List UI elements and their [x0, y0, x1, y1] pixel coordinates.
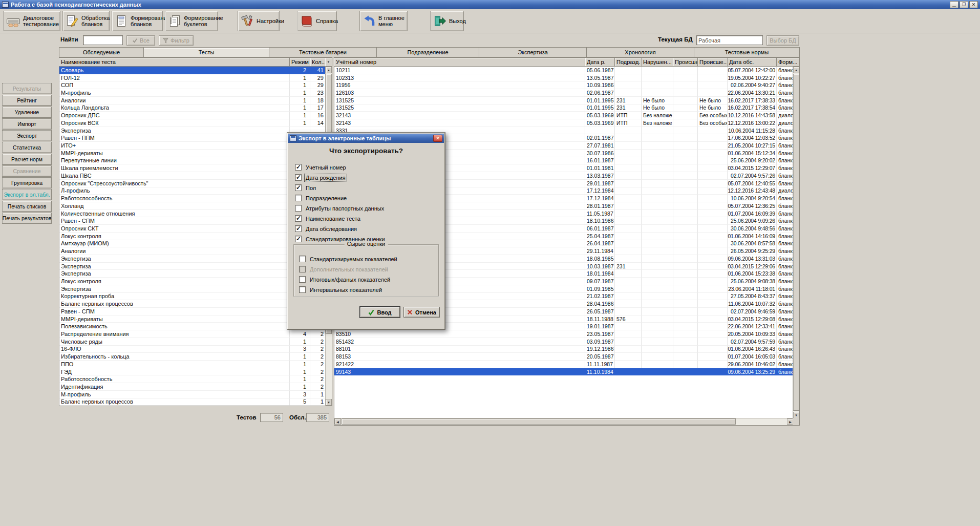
table-row[interactable]: 1021105.06.198705.07.2004 12:42:00бланк	[334, 67, 794, 74]
export-option[interactable]: Пол	[295, 184, 317, 192]
sidebar-item[interactable]: Статистика	[2, 142, 52, 153]
sidebar-item[interactable]: Группировка	[2, 177, 52, 188]
table-row[interactable]: Количественные отношения	[59, 210, 326, 218]
minimize-button[interactable]	[950, 1, 958, 8]
table-row[interactable]: MMPI-дериваты	[59, 315, 326, 323]
table-row[interactable]: Опросник ВСК114	[59, 119, 326, 127]
table-row[interactable]: 3214305.03.1969ИТПБез наложеБез особых12…	[334, 119, 794, 127]
table-row[interactable]: MMPI-дериваты	[59, 150, 326, 157]
table-row[interactable]: Шкала ПВС	[59, 172, 326, 180]
checkbox-icon[interactable]	[295, 205, 302, 212]
table-row[interactable]: Экспертиза	[59, 127, 326, 135]
sidebar-item[interactable]: Рейтинг	[2, 95, 52, 106]
scroll-up-button[interactable]	[326, 67, 332, 73]
records-vertical-scrollbar[interactable]	[793, 67, 799, 418]
sidebar-item[interactable]: Импорт	[2, 118, 52, 130]
table-row[interactable]: ППО12	[59, 361, 326, 368]
table-row[interactable]: 8351023.05.198720.05.2004 10:09:33бланк	[334, 330, 794, 338]
table-row[interactable]: Холланд	[59, 202, 326, 210]
table-row[interactable]: 85143203.09.198702.07.2004 9:57:59бланк	[334, 338, 794, 346]
create-forms-button[interactable]: Формирование бланков	[112, 11, 163, 31]
column-header[interactable]: Происше...	[673, 58, 698, 67]
table-row[interactable]: Идентификация12	[59, 383, 326, 391]
maximize-button[interactable]	[960, 1, 968, 8]
table-row[interactable]: Баланс нервных процессов	[59, 300, 326, 308]
checkbox-icon[interactable]	[295, 164, 302, 171]
table-row[interactable]: Аналогии	[59, 247, 326, 255]
export-option[interactable]: Интервальных показателей	[299, 286, 383, 293]
table-row[interactable]: Опросник "Стрессоустойчивость"	[59, 180, 326, 187]
ok-button[interactable]: Ввод	[360, 307, 400, 318]
table-row[interactable]: 13152501.01.1995231Не былоНе было16.02.2…	[334, 104, 794, 112]
scroll-up-button[interactable]	[793, 67, 799, 73]
export-option[interactable]: Стандартизируемых показателей	[299, 255, 398, 263]
table-row[interactable]: Локус контроля	[59, 233, 326, 240]
tab-item[interactable]: Обследуемые	[59, 48, 144, 57]
scroll-thumb[interactable]	[793, 74, 799, 411]
table-row[interactable]: Экспертиза	[59, 285, 326, 293]
table-row[interactable]: Амтхауэр (МИОМ)	[59, 240, 326, 248]
tab-item[interactable]: Подразделение	[377, 48, 479, 57]
column-header[interactable]: Учётный номер	[334, 58, 585, 67]
sidebar-item[interactable]: Экспорт	[2, 130, 52, 141]
table-row[interactable]: Локус контроля	[59, 278, 326, 285]
settings-button[interactable]: Настройки	[238, 11, 280, 31]
table-row[interactable]: Работоспособность	[59, 195, 326, 202]
tab-item[interactable]: Экспертиза	[479, 48, 587, 57]
dialog-testing-button[interactable]: Диалоговое тестирование	[3, 11, 60, 31]
tab-item[interactable]: Тестовые батареи	[269, 48, 377, 57]
dialog-close-button[interactable]	[433, 135, 442, 142]
column-header[interactable]: Нарушен...	[642, 58, 673, 67]
column-header[interactable]: Дата р.	[585, 58, 615, 67]
sidebar-item[interactable]: Удаление	[2, 107, 52, 118]
sidebar-item[interactable]: Печать результатов	[2, 213, 52, 224]
table-row[interactable]: Словарь241	[59, 67, 326, 74]
checkbox-icon[interactable]	[299, 286, 306, 293]
table-row[interactable]: Экспертиза	[59, 255, 326, 263]
help-button[interactable]: Справка	[297, 11, 337, 31]
table-row[interactable]: 9914311.10.198409.06.2004 13:25:29бланк	[334, 368, 794, 376]
table-row[interactable]: Аналогии118	[59, 97, 326, 104]
tab-item[interactable]: Тестовые нормы	[694, 48, 799, 57]
table-row[interactable]: Распределение внимания42	[59, 330, 326, 338]
table-row[interactable]: Шкала приемлемости	[59, 164, 326, 172]
table-row[interactable]: Избирательность - кольца12	[59, 353, 326, 361]
table-row[interactable]: ИТО+	[59, 142, 326, 150]
table-row[interactable]: Работоспособность12	[59, 375, 326, 383]
export-option[interactable]: Учетный номер	[295, 163, 347, 171]
checkbox-icon[interactable]	[295, 215, 302, 222]
table-row[interactable]: 92142211.11.198729.06.2004 10:46:02бланк	[334, 361, 794, 368]
column-header[interactable]: Форм...	[777, 58, 799, 67]
table-row[interactable]: Баланс нервных процессов51	[59, 398, 326, 406]
sort-indicator-icon[interactable]: ▼	[325, 58, 332, 67]
checkbox-icon[interactable]	[295, 195, 302, 201]
table-row[interactable]: Опросник СКТ	[59, 225, 326, 233]
table-row[interactable]: СОП129	[59, 81, 326, 89]
table-row[interactable]: М-профиль123	[59, 89, 326, 97]
table-row[interactable]: Равен - СПМ	[59, 217, 326, 225]
sidebar-item[interactable]: Экспорт в эл.табл.	[2, 189, 52, 200]
checkbox-icon[interactable]	[299, 256, 306, 262]
table-row[interactable]: Л-профиль	[59, 187, 326, 195]
cancel-button[interactable]: Отмена	[403, 307, 440, 318]
table-row[interactable]: Экспертиза	[59, 263, 326, 270]
export-option[interactable]: Атрибуты паспортных данных	[295, 204, 385, 212]
export-option[interactable]: Наименование теста	[295, 215, 361, 222]
table-row[interactable]: 10231313.05.198719.05.2004 10:22:27бланк	[334, 74, 794, 82]
table-row[interactable]: 8810119.12.198601.06.2004 16:26:43бланк	[334, 346, 794, 353]
table-row[interactable]: М-профиль31	[59, 391, 326, 398]
table-row[interactable]: Корректурная проба	[59, 293, 326, 301]
checkbox-icon[interactable]	[299, 276, 306, 283]
table-row[interactable]: Экспертиза	[59, 270, 326, 278]
table-row[interactable]: 13152501.01.1995231Не былоНе было16.02.2…	[334, 97, 794, 104]
table-row[interactable]: 3214305.03.1969ИТПБез наложеБез особых10…	[334, 112, 794, 119]
scroll-thumb[interactable]	[342, 418, 736, 425]
table-row[interactable]: Опросник ДПС116	[59, 112, 326, 119]
tab-item[interactable]: Хронология	[587, 48, 694, 57]
checkbox-icon[interactable]	[295, 174, 302, 181]
main-menu-button[interactable]: В главное меню	[359, 11, 408, 31]
create-booklets-button[interactable]: Формирование буклетов	[165, 11, 218, 31]
export-option[interactable]: Дата рождения	[295, 174, 347, 181]
export-option[interactable]: Дата обследования	[295, 225, 358, 233]
table-row[interactable]: 12610302.06.198722.06.2004 13:30:21бланк	[334, 89, 794, 97]
